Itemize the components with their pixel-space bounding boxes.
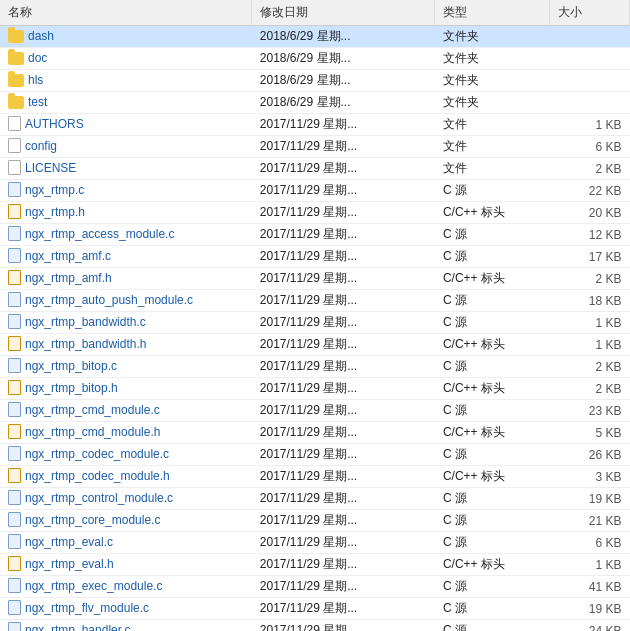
table-row[interactable]: ngx_rtmp_cmd_module.h2017/11/29 星期...C/C… [0, 422, 630, 444]
file-name-cell: ngx_rtmp_eval.c [0, 532, 252, 554]
table-row[interactable]: AUTHORS2017/11/29 星期...文件1 KB [0, 114, 630, 136]
table-row[interactable]: hls2018/6/29 星期...文件夹 [0, 70, 630, 92]
table-row[interactable]: ngx_rtmp_exec_module.c2017/11/29 星期...C … [0, 576, 630, 598]
file-name-link[interactable]: ngx_rtmp_codec_module.c [25, 447, 169, 461]
file-name-link[interactable]: doc [28, 51, 47, 65]
table-row[interactable]: ngx_rtmp_flv_module.c2017/11/29 星期...C 源… [0, 598, 630, 620]
file-name-link[interactable]: ngx_rtmp_core_module.c [25, 513, 160, 527]
file-name-cell: ngx_rtmp_flv_module.c [0, 598, 252, 620]
file-size-cell: 12 KB [549, 224, 629, 246]
table-row[interactable]: ngx_rtmp_codec_module.c2017/11/29 星期...C… [0, 444, 630, 466]
table-row[interactable]: ngx_rtmp_codec_module.h2017/11/29 星期...C… [0, 466, 630, 488]
file-date-cell: 2017/11/29 星期... [252, 400, 435, 422]
file-name-link[interactable]: ngx_rtmp_bandwidth.c [25, 315, 146, 329]
table-row[interactable]: ngx_rtmp_amf.c2017/11/29 星期...C 源17 KB [0, 246, 630, 268]
table-row[interactable]: ngx_rtmp_bitop.c2017/11/29 星期...C 源2 KB [0, 356, 630, 378]
table-row[interactable]: ngx_rtmp_core_module.c2017/11/29 星期...C … [0, 510, 630, 532]
table-row[interactable]: ngx_rtmp_handler.c2017/11/29 星期...C 源24 … [0, 620, 630, 632]
file-date-cell: 2018/6/29 星期... [252, 26, 435, 48]
file-name-link[interactable]: ngx_rtmp_auto_push_module.c [25, 293, 193, 307]
file-date-cell: 2017/11/29 星期... [252, 334, 435, 356]
table-row[interactable]: ngx_rtmp.c2017/11/29 星期...C 源22 KB [0, 180, 630, 202]
file-date-cell: 2017/11/29 星期... [252, 576, 435, 598]
file-name-link[interactable]: test [28, 95, 47, 109]
file-name-cell: dash [0, 26, 252, 48]
h-file-icon [8, 336, 21, 351]
table-row[interactable]: ngx_rtmp.h2017/11/29 星期...C/C++ 标头20 KB [0, 202, 630, 224]
file-type-cell: 文件夹 [435, 92, 549, 114]
file-name-link[interactable]: ngx_rtmp_amf.h [25, 271, 112, 285]
c-file-icon [8, 490, 21, 505]
file-name-link[interactable]: LICENSE [25, 161, 76, 175]
table-row[interactable]: ngx_rtmp_bandwidth.c2017/11/29 星期...C 源1… [0, 312, 630, 334]
file-name-cell: test [0, 92, 252, 114]
file-name-link[interactable]: AUTHORS [25, 117, 84, 131]
c-file-icon [8, 358, 21, 373]
file-size-cell: 19 KB [549, 598, 629, 620]
file-name-link[interactable]: ngx_rtmp_exec_module.c [25, 579, 162, 593]
header-name[interactable]: 名称 [0, 0, 252, 26]
file-type-cell: C 源 [435, 356, 549, 378]
table-row[interactable]: ngx_rtmp_bitop.h2017/11/29 星期...C/C++ 标头… [0, 378, 630, 400]
table-row[interactable]: ngx_rtmp_auto_push_module.c2017/11/29 星期… [0, 290, 630, 312]
table-row[interactable]: LICENSE2017/11/29 星期...文件2 KB [0, 158, 630, 180]
file-name-link[interactable]: config [25, 139, 57, 153]
file-type-cell: 文件 [435, 136, 549, 158]
file-name-link[interactable]: ngx_rtmp_bitop.c [25, 359, 117, 373]
header-date[interactable]: 修改日期 [252, 0, 435, 26]
file-size-cell: 2 KB [549, 268, 629, 290]
file-date-cell: 2017/11/29 星期... [252, 312, 435, 334]
file-date-cell: 2017/11/29 星期... [252, 532, 435, 554]
file-size-cell: 6 KB [549, 136, 629, 158]
file-name-cell: ngx_rtmp_cmd_module.c [0, 400, 252, 422]
table-header: 名称 修改日期 类型 大小 [0, 0, 630, 26]
file-name-link[interactable]: hls [28, 73, 43, 87]
table-row[interactable]: dash2018/6/29 星期...文件夹 [0, 26, 630, 48]
file-name-link[interactable]: ngx_rtmp_control_module.c [25, 491, 173, 505]
table-row[interactable]: ngx_rtmp_bandwidth.h2017/11/29 星期...C/C+… [0, 334, 630, 356]
file-name-cell: ngx_rtmp_handler.c [0, 620, 252, 632]
file-date-cell: 2017/11/29 星期... [252, 444, 435, 466]
file-name-link[interactable]: ngx_rtmp.h [25, 205, 85, 219]
file-name-link[interactable]: ngx_rtmp_eval.h [25, 557, 114, 571]
file-name-link[interactable]: ngx_rtmp_codec_module.h [25, 469, 170, 483]
table-row[interactable]: ngx_rtmp_eval.c2017/11/29 星期...C 源6 KB [0, 532, 630, 554]
header-type[interactable]: 类型 [435, 0, 549, 26]
table-row[interactable]: doc2018/6/29 星期...文件夹 [0, 48, 630, 70]
file-name-link[interactable]: ngx_rtmp_access_module.c [25, 227, 174, 241]
file-size-cell: 26 KB [549, 444, 629, 466]
table-row[interactable]: ngx_rtmp_amf.h2017/11/29 星期...C/C++ 标头2 … [0, 268, 630, 290]
file-name-cell: ngx_rtmp_control_module.c [0, 488, 252, 510]
file-name-link[interactable]: dash [28, 29, 54, 43]
file-name-link[interactable]: ngx_rtmp_handler.c [25, 623, 130, 631]
file-type-cell: C 源 [435, 246, 549, 268]
file-name-link[interactable]: ngx_rtmp_cmd_module.h [25, 425, 160, 439]
file-name-link[interactable]: ngx_rtmp_eval.c [25, 535, 113, 549]
file-name-link[interactable]: ngx_rtmp_bandwidth.h [25, 337, 146, 351]
file-name-cell: ngx_rtmp.h [0, 202, 252, 224]
file-name-link[interactable]: ngx_rtmp_cmd_module.c [25, 403, 160, 417]
file-size-cell: 1 KB [549, 334, 629, 356]
h-file-icon [8, 424, 21, 439]
file-icon [8, 138, 21, 153]
file-name-cell: AUTHORS [0, 114, 252, 136]
table-row[interactable]: test2018/6/29 星期...文件夹 [0, 92, 630, 114]
file-name-link[interactable]: ngx_rtmp.c [25, 183, 84, 197]
file-name-link[interactable]: ngx_rtmp_bitop.h [25, 381, 118, 395]
table-row[interactable]: ngx_rtmp_eval.h2017/11/29 星期...C/C++ 标头1… [0, 554, 630, 576]
file-type-cell: C 源 [435, 444, 549, 466]
h-file-icon [8, 556, 21, 571]
file-name-link[interactable]: ngx_rtmp_flv_module.c [25, 601, 149, 615]
c-file-icon [8, 402, 21, 417]
file-name-cell: ngx_rtmp_access_module.c [0, 224, 252, 246]
table-row[interactable]: ngx_rtmp_access_module.c2017/11/29 星期...… [0, 224, 630, 246]
file-size-cell: 18 KB [549, 290, 629, 312]
table-row[interactable]: config2017/11/29 星期...文件6 KB [0, 136, 630, 158]
header-size[interactable]: 大小 [549, 0, 629, 26]
file-name-cell: ngx_rtmp_exec_module.c [0, 576, 252, 598]
file-size-cell: 20 KB [549, 202, 629, 224]
table-row[interactable]: ngx_rtmp_control_module.c2017/11/29 星期..… [0, 488, 630, 510]
file-name-link[interactable]: ngx_rtmp_amf.c [25, 249, 111, 263]
table-row[interactable]: ngx_rtmp_cmd_module.c2017/11/29 星期...C 源… [0, 400, 630, 422]
c-file-icon [8, 248, 21, 263]
